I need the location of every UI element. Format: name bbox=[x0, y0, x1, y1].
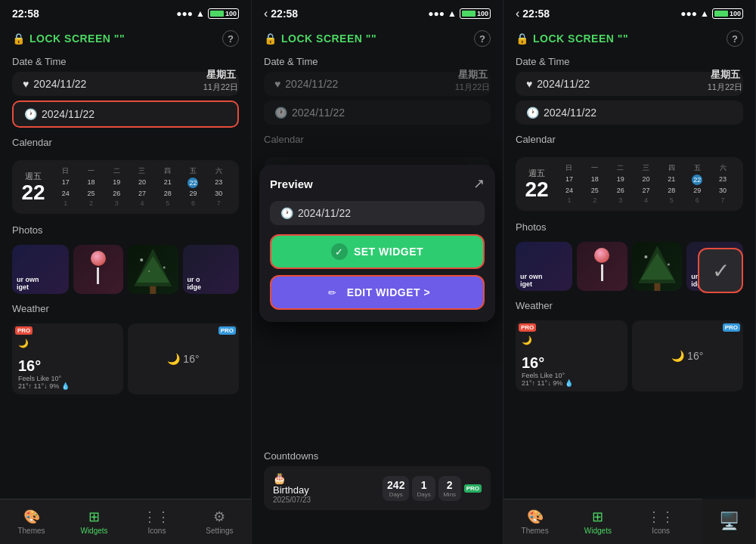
set-widget-button[interactable]: ✓ SET WIDGET bbox=[270, 234, 485, 269]
header-2: 🔒 LOCK SCREEN "" ? bbox=[252, 27, 503, 53]
date-row-1-2[interactable]: 🕐 2024/11/22 bbox=[12, 100, 239, 128]
panel-1: 22:58 ●●● ▲ 100 🔒 LOCK SCREEN "" ? Date … bbox=[0, 0, 252, 544]
panel-2: ‹ 22:58 ●●● ▲ 100 🔒 LOCK SCREEN "" ? Dat… bbox=[252, 0, 503, 544]
candy-shape-3 bbox=[590, 248, 613, 286]
candy-shape-1 bbox=[87, 251, 110, 289]
battery-3: 100 bbox=[712, 8, 743, 19]
calendar-label-1: Calendar bbox=[0, 134, 251, 153]
chip-num-2: 1 bbox=[421, 479, 427, 491]
photo-1-3[interactable] bbox=[128, 245, 178, 294]
chip-label-1: Days bbox=[389, 491, 403, 498]
widgets-label-1: Widgets bbox=[80, 527, 107, 535]
cal-grid-1: 日一二三四五六 17181920212223 24252627282930 12… bbox=[53, 166, 231, 208]
share-icon[interactable]: ↗ bbox=[473, 175, 485, 192]
chip-label-2: Days bbox=[417, 491, 430, 498]
svg-point-10 bbox=[667, 264, 669, 266]
chip-mins-1: 2 Mins bbox=[438, 476, 461, 501]
nav-icons-3[interactable]: ⋮⋮ Icons bbox=[647, 508, 674, 535]
weather-card-3-1[interactable]: PRO 🌙 16° Feels Like 10° 21°↑ 11°↓ 9% 💧 bbox=[516, 320, 627, 391]
widgets-icon-1: ⊞ bbox=[88, 508, 100, 525]
photo-1-1[interactable]: ur own iget bbox=[12, 245, 69, 294]
nav-icons-1[interactable]: ⋮⋮ Icons bbox=[143, 508, 170, 535]
weather-section-1: Weather PRO 🌙 16° Feels Like 10° 21°↑ 11… bbox=[0, 294, 251, 394]
wifi-icon-1: ▲ bbox=[196, 8, 205, 19]
weather-card-1-1[interactable]: PRO 🌙 16° Feels Like 10° 21°↑ 11°↓ 9% 💧 bbox=[12, 323, 123, 394]
cal-grid-header-1: 日一二三四五六 bbox=[53, 166, 231, 176]
chinese-weekday-1: 星期五 bbox=[197, 68, 245, 82]
date-row-3-2[interactable]: 🕐 2024/11/22 bbox=[516, 100, 743, 125]
header-title-1: LOCK SCREEN "" bbox=[29, 32, 125, 45]
calendar-label-3: Calendar bbox=[503, 131, 755, 150]
status-icons-2: ●●● ▲ 100 bbox=[428, 8, 491, 19]
status-time-2: 22:58 bbox=[271, 8, 298, 20]
edit-widget-label: EDIT WIDGET > bbox=[347, 286, 430, 298]
signal-icon-3: ●●● bbox=[680, 8, 697, 19]
weather-section-3: Weather PRO 🌙 16° Feels Like 10° 21°↑ 11… bbox=[503, 291, 755, 391]
own-widget-text-2: ur o idge bbox=[183, 245, 240, 294]
photo-3-1[interactable]: ur own iget bbox=[516, 242, 572, 291]
date-row-2-2: 🕐 2024/11/22 bbox=[264, 100, 491, 125]
photo-1-4[interactable]: ur o idge bbox=[183, 245, 240, 294]
lock-icon-2: 🔒 bbox=[264, 32, 277, 45]
nav-widgets-1[interactable]: ⊞ Widgets bbox=[80, 508, 107, 535]
cal-day-1: 22 bbox=[21, 182, 45, 203]
chip-days-1: 242 Days bbox=[383, 476, 409, 501]
help-button-3[interactable]: ? bbox=[727, 30, 743, 47]
bottom-nav-1: 🎨 Themes ⊞ Widgets ⋮⋮ Icons ⚙ Settings bbox=[0, 499, 251, 544]
calendar-label-2: Calendar bbox=[252, 131, 503, 150]
wifi-icon-3: ▲ bbox=[700, 8, 709, 19]
bottom-nav-3: 🎨 Themes ⊞ Widgets ⋮⋮ Icons ⚙ Settings 🖥… bbox=[503, 499, 755, 544]
pro-badge-blue-3: PRO bbox=[723, 323, 740, 332]
weather-card-1-2[interactable]: PRO 🌙 16° bbox=[128, 323, 239, 394]
chinese-cal-2: 星期五 11月22日 bbox=[442, 65, 503, 96]
countdown-card-1[interactable]: 🎂 Birthday 2025/07/23 242 Days 1 Days 2 … bbox=[264, 466, 491, 510]
header-3: 🔒 LOCK SCREEN "" ? bbox=[503, 27, 755, 53]
icons-label-3: Icons bbox=[652, 527, 670, 535]
photos-row-1: ur own iget bbox=[12, 245, 239, 294]
photo-3-2[interactable] bbox=[577, 242, 627, 291]
status-time-1: 22:58 bbox=[12, 8, 39, 20]
chip-num-3: 2 bbox=[447, 479, 453, 491]
photo-1-2[interactable] bbox=[73, 245, 124, 294]
photos-section-1: Photos ur own iget bbox=[0, 214, 251, 294]
nav-settings-1[interactable]: ⚙ Settings bbox=[206, 508, 233, 535]
weather-moon-1: 🌙 bbox=[18, 338, 117, 348]
back-chevron-2: ‹ bbox=[264, 7, 268, 20]
edit-widget-button[interactable]: ✏ EDIT WIDGET > bbox=[270, 275, 485, 310]
photo-3-3[interactable] bbox=[632, 242, 683, 291]
lock-icon-1: 🔒 bbox=[12, 32, 25, 45]
own-widget-text-1: ur own iget bbox=[12, 245, 69, 294]
battery-pct-1: 100 bbox=[225, 10, 237, 17]
nav-widgets-3[interactable]: ⊞ Widgets bbox=[584, 508, 612, 535]
preview-header: Preview ↗ bbox=[270, 175, 485, 192]
photos-label-3: Photos bbox=[516, 217, 743, 237]
icons-icon-3: ⋮⋮ bbox=[647, 508, 674, 525]
countdown-name-1: Birthday bbox=[273, 484, 311, 496]
countdowns-section-2: Countdowns 🎂 Birthday 2025/07/23 242 Day… bbox=[252, 446, 503, 544]
widgets-label-3: Widgets bbox=[584, 527, 612, 535]
preview-date-row: 🕐 2024/11/22 bbox=[270, 201, 485, 225]
battery-2: 100 bbox=[460, 8, 491, 19]
photos-label-1: Photos bbox=[12, 220, 239, 240]
weather-card-3-2[interactable]: PRO 🌙 16° bbox=[632, 320, 744, 391]
status-icons-3: ●●● ▲ 100 bbox=[680, 8, 743, 19]
weather-label-3: Weather bbox=[516, 295, 743, 316]
nav-themes-3[interactable]: 🎨 Themes bbox=[522, 508, 549, 535]
nav-themes-1[interactable]: 🎨 Themes bbox=[17, 508, 45, 535]
themes-label-1: Themes bbox=[17, 527, 45, 535]
cal-left-1: 週五 22 bbox=[20, 166, 47, 208]
status-bar-2: ‹ 22:58 ●●● ▲ 100 bbox=[252, 0, 503, 27]
pine-svg-1 bbox=[128, 245, 178, 294]
svg-rect-8 bbox=[654, 283, 660, 291]
header-left-1: 🔒 LOCK SCREEN "" bbox=[12, 32, 125, 45]
help-button-2[interactable]: ? bbox=[474, 30, 491, 47]
preview-clock-icon: 🕐 bbox=[280, 207, 293, 219]
status-icons-1: ●●● ▲ 100 bbox=[176, 8, 239, 19]
settings-label-1: Settings bbox=[206, 527, 233, 535]
clock-icon-1: 🕐 bbox=[24, 108, 37, 120]
help-button-1[interactable]: ? bbox=[222, 30, 239, 47]
weather-label-1: Weather bbox=[12, 298, 239, 319]
pine-svg-3 bbox=[632, 242, 683, 291]
pencil-icon: ✏ bbox=[324, 284, 341, 301]
themes-label-3: Themes bbox=[522, 527, 549, 535]
